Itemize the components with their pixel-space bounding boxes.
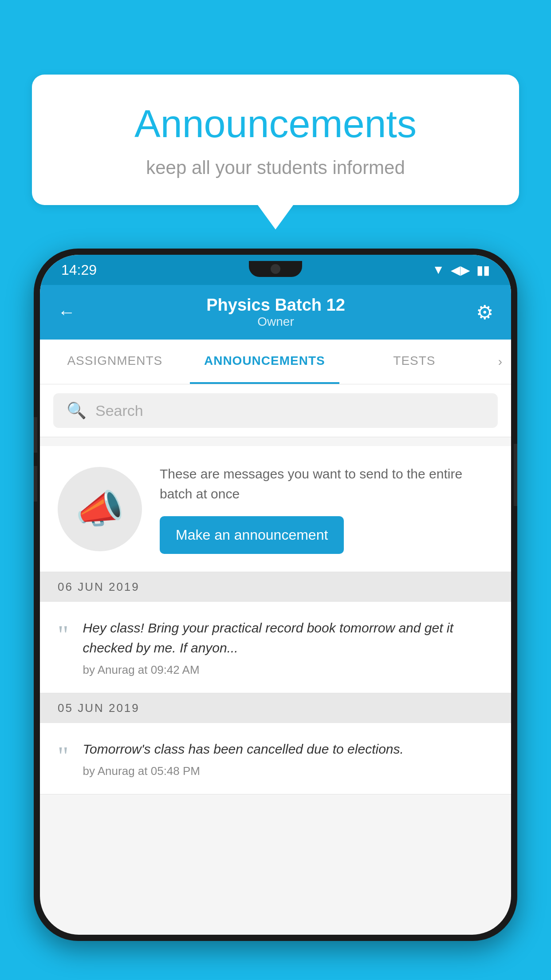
search-container: 🔍 Search bbox=[40, 384, 511, 437]
app-header: ← Physics Batch 12 Owner ⚙ bbox=[40, 285, 511, 340]
announcement-text-2: Tomorrow's class has been cancelled due … bbox=[83, 739, 494, 759]
bubble-subtitle: keep all your students informed bbox=[67, 157, 484, 178]
search-icon: 🔍 bbox=[67, 401, 87, 420]
make-announcement-button[interactable]: Make an announcement bbox=[160, 516, 344, 554]
date-separator-2: 05 JUN 2019 bbox=[40, 693, 511, 723]
promo-card: 📣 These are messages you want to send to… bbox=[40, 446, 511, 572]
battery-icon: ▮▮ bbox=[476, 263, 490, 277]
promo-content: These are messages you want to send to t… bbox=[160, 464, 493, 554]
signal-icon: ◀▶ bbox=[451, 263, 470, 277]
announcement-content-1: Hey class! Bring your practical record b… bbox=[83, 618, 494, 677]
bubble-arrow bbox=[258, 205, 293, 229]
promo-icon-circle: 📣 bbox=[58, 467, 142, 551]
promo-description: These are messages you want to send to t… bbox=[160, 464, 493, 504]
status-time: 14:29 bbox=[61, 262, 97, 278]
speech-bubble: Announcements keep all your students inf… bbox=[32, 75, 519, 205]
power-button bbox=[514, 444, 517, 506]
tab-assignments[interactable]: ASSIGNMENTS bbox=[40, 340, 190, 384]
search-bar[interactable]: 🔍 Search bbox=[53, 393, 498, 428]
wifi-icon: ▼ bbox=[432, 263, 445, 277]
header-subtitle: Owner bbox=[206, 315, 345, 329]
back-button[interactable]: ← bbox=[58, 302, 75, 322]
settings-button[interactable]: ⚙ bbox=[476, 301, 493, 324]
megaphone-icon: 📣 bbox=[75, 486, 124, 532]
announcement-content-2: Tomorrow's class has been cancelled due … bbox=[83, 739, 494, 778]
announcement-text-1: Hey class! Bring your practical record b… bbox=[83, 618, 494, 658]
tab-announcements[interactable]: ANNOUNCEMENTS bbox=[190, 340, 340, 384]
phone-container: 14:29 ▼ ◀▶ ▮▮ ← Physics Batch 12 Owner ⚙… bbox=[34, 249, 517, 980]
phone-screen: 14:29 ▼ ◀▶ ▮▮ ← Physics Batch 12 Owner ⚙… bbox=[40, 255, 511, 935]
camera-dot bbox=[271, 264, 280, 274]
announcement-author-1: by Anurag at 09:42 AM bbox=[83, 663, 494, 677]
date-separator-1: 06 JUN 2019 bbox=[40, 572, 511, 602]
header-title-group: Physics Batch 12 Owner bbox=[206, 296, 345, 329]
announcement-item-2[interactable]: " Tomorrow's class has been cancelled du… bbox=[40, 723, 511, 794]
notch bbox=[249, 261, 302, 277]
speech-bubble-section: Announcements keep all your students inf… bbox=[32, 75, 519, 229]
announcement-author-2: by Anurag at 05:48 PM bbox=[83, 764, 494, 778]
tab-tests[interactable]: TESTS bbox=[339, 340, 489, 384]
header-title: Physics Batch 12 bbox=[206, 296, 345, 315]
search-placeholder: Search bbox=[95, 402, 143, 419]
bubble-title: Announcements bbox=[67, 101, 484, 146]
status-icons: ▼ ◀▶ ▮▮ bbox=[432, 263, 490, 277]
more-tabs-button[interactable]: › bbox=[489, 340, 511, 384]
announcement-item-1[interactable]: " Hey class! Bring your practical record… bbox=[40, 602, 511, 693]
volume-up-button bbox=[34, 417, 37, 453]
quote-icon-1: " bbox=[58, 621, 69, 648]
quote-icon-2: " bbox=[58, 743, 69, 769]
phone-frame: 14:29 ▼ ◀▶ ▮▮ ← Physics Batch 12 Owner ⚙… bbox=[34, 249, 517, 941]
volume-down-button bbox=[34, 466, 37, 502]
tabs-container: ASSIGNMENTS ANNOUNCEMENTS TESTS › bbox=[40, 340, 511, 384]
